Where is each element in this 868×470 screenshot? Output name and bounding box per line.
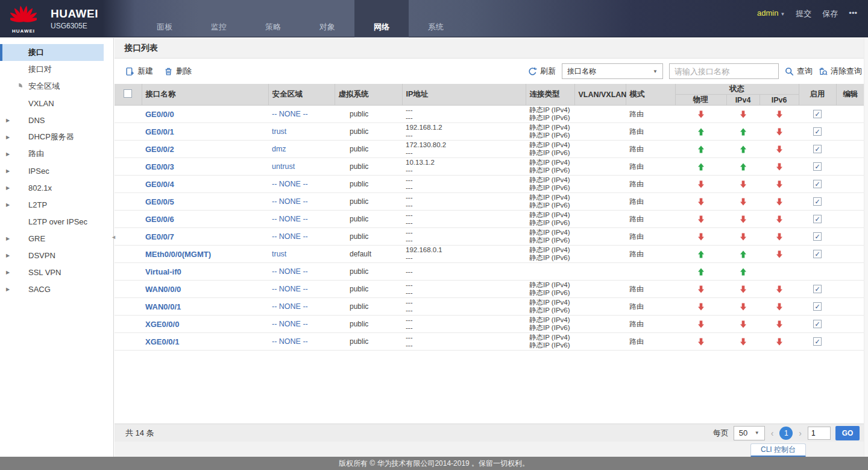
security-zone-link[interactable]: -- NONE -- bbox=[272, 197, 308, 206]
edit-button[interactable] bbox=[846, 319, 855, 329]
expand-arrow-icon[interactable]: ▶ bbox=[6, 287, 14, 292]
filter-type-select[interactable]: 接口名称 ▼ bbox=[562, 63, 663, 79]
expand-arrow-icon[interactable]: ▶ bbox=[6, 118, 14, 123]
edit-button[interactable] bbox=[846, 214, 855, 224]
more-menu-icon[interactable]: ••• bbox=[849, 8, 857, 17]
expand-arrow-icon[interactable]: ▶ bbox=[6, 151, 14, 157]
security-zone-link[interactable]: dmz bbox=[272, 145, 286, 153]
expand-arrow-icon[interactable]: ▶ bbox=[6, 253, 14, 258]
edit-button[interactable] bbox=[846, 284, 855, 294]
security-zone-link[interactable]: -- NONE -- bbox=[272, 215, 308, 223]
edit-button[interactable] bbox=[846, 336, 855, 347]
tab-policy[interactable]: 策略 bbox=[246, 0, 300, 37]
edit-button[interactable] bbox=[846, 266, 855, 277]
enable-checkbox[interactable]: ✓ bbox=[813, 337, 822, 346]
enable-checkbox[interactable]: ✓ bbox=[813, 285, 822, 293]
enable-checkbox[interactable]: ✓ bbox=[813, 127, 822, 136]
enable-checkbox[interactable]: ✓ bbox=[813, 232, 822, 241]
tab-monitor[interactable]: 监控 bbox=[192, 0, 246, 37]
security-zone-link[interactable]: trust bbox=[272, 127, 286, 136]
security-zone-link[interactable]: -- NONE -- bbox=[272, 267, 308, 276]
per-page-select[interactable]: 50 ▼ bbox=[734, 426, 765, 440]
security-zone-link[interactable]: trust bbox=[272, 250, 286, 258]
enable-checkbox[interactable]: ✓ bbox=[813, 197, 822, 206]
next-page-button[interactable]: › bbox=[797, 428, 803, 438]
sidebar-item-ssl-vpn[interactable]: ▶SSL VPN bbox=[0, 264, 113, 281]
expand-arrow-icon[interactable]: ▶ bbox=[6, 185, 14, 191]
interface-name-link[interactable]: GE0/0/2 bbox=[145, 145, 174, 154]
sidebar-item-security-zone[interactable]: ▶安全区域 bbox=[0, 78, 113, 95]
tab-dashboard[interactable]: 面板 bbox=[137, 0, 192, 37]
expand-arrow-icon[interactable]: ▶ bbox=[6, 202, 14, 208]
interface-name-link[interactable]: GE0/0/4 bbox=[145, 180, 174, 189]
security-zone-link[interactable]: untrust bbox=[272, 162, 295, 171]
interface-name-link[interactable]: WAN0/0/1 bbox=[145, 302, 181, 311]
expand-arrow-icon[interactable]: ▶ bbox=[6, 236, 14, 241]
security-zone-link[interactable]: -- NONE -- bbox=[272, 232, 308, 241]
interface-name-link[interactable]: GE0/0/1 bbox=[145, 127, 174, 136]
cli-console-button[interactable]: CLI 控制台 bbox=[750, 443, 806, 457]
goto-page-input[interactable] bbox=[808, 427, 831, 440]
security-zone-link[interactable]: -- NONE -- bbox=[272, 337, 308, 346]
sidebar-item-route[interactable]: ▶路由 bbox=[0, 145, 113, 162]
enable-checkbox[interactable]: ✓ bbox=[813, 162, 822, 171]
tab-system[interactable]: 系统 bbox=[409, 0, 463, 37]
sidebar-item-vxlan[interactable]: ▶VXLAN bbox=[0, 95, 113, 112]
edit-button[interactable] bbox=[846, 144, 855, 154]
sidebar-item-dot1x[interactable]: ▶802.1x bbox=[0, 179, 113, 196]
interface-name-link[interactable]: MEth0/0/0(MGMT) bbox=[145, 250, 211, 259]
interface-name-link[interactable]: GE0/0/3 bbox=[145, 162, 174, 171]
security-zone-link[interactable]: -- NONE -- bbox=[272, 320, 308, 328]
delete-button[interactable]: 删除 bbox=[164, 66, 192, 77]
enable-checkbox[interactable]: ✓ bbox=[813, 320, 822, 328]
main-scrollbar-track[interactable] bbox=[864, 38, 868, 457]
enable-checkbox[interactable]: ✓ bbox=[813, 250, 822, 258]
sidebar-item-l2tp-over-ipsec[interactable]: ▶L2TP over IPSec bbox=[0, 213, 113, 230]
sidebar-item-dns[interactable]: ▶DNS bbox=[0, 112, 113, 129]
new-button[interactable]: 新建 bbox=[125, 66, 153, 77]
enable-checkbox[interactable]: ✓ bbox=[813, 180, 822, 188]
enable-checkbox[interactable]: ✓ bbox=[813, 302, 822, 311]
sidebar-item-l2tp[interactable]: ▶L2TP bbox=[0, 196, 113, 213]
submit-button[interactable]: 提交 bbox=[796, 8, 811, 19]
search-input[interactable] bbox=[669, 63, 779, 79]
sidebar-item-sacg[interactable]: ▶SACG bbox=[0, 281, 113, 297]
edit-button[interactable] bbox=[846, 196, 855, 207]
expand-arrow-icon[interactable]: ▶ bbox=[6, 168, 14, 174]
tab-object[interactable]: 对象 bbox=[300, 0, 354, 37]
edit-button[interactable] bbox=[846, 179, 855, 189]
interface-name-link[interactable]: WAN0/0/0 bbox=[145, 285, 181, 294]
sidebar-item-gre[interactable]: ▶GRE bbox=[0, 230, 113, 247]
sidebar-item-interface-pair[interactable]: ▶接口对 bbox=[0, 61, 113, 78]
security-zone-link[interactable]: -- NONE -- bbox=[272, 302, 308, 311]
sidebar-item-dsvpn[interactable]: ▶DSVPN bbox=[0, 247, 113, 264]
prev-page-button[interactable]: ‹ bbox=[770, 428, 775, 438]
select-all-checkbox[interactable] bbox=[124, 89, 132, 98]
expand-arrow-icon[interactable]: ▶ bbox=[6, 135, 14, 140]
interface-name-link[interactable]: Virtual-if0 bbox=[145, 267, 181, 276]
interface-name-link[interactable]: GE0/0/7 bbox=[145, 232, 174, 241]
user-menu[interactable]: admin▼ bbox=[757, 8, 785, 17]
sidebar-item-ipsec[interactable]: ▶IPSec bbox=[0, 162, 113, 179]
sidebar-collapse-handle[interactable]: ◄ bbox=[111, 234, 116, 240]
interface-name-link[interactable]: GE0/0/6 bbox=[145, 215, 174, 224]
enable-checkbox[interactable]: ✓ bbox=[813, 215, 822, 223]
go-button[interactable]: GO bbox=[835, 426, 860, 440]
current-page-button[interactable]: 1 bbox=[779, 427, 793, 440]
expand-arrow-icon[interactable]: ▶ bbox=[6, 270, 14, 275]
interface-name-link[interactable]: GE0/0/5 bbox=[145, 197, 174, 206]
security-zone-link[interactable]: -- NONE -- bbox=[272, 110, 308, 118]
save-button[interactable]: 保存 bbox=[822, 8, 838, 19]
interface-name-link[interactable]: XGE0/0/1 bbox=[145, 337, 179, 346]
security-zone-link[interactable]: -- NONE -- bbox=[272, 180, 308, 188]
query-button[interactable]: 查询 bbox=[785, 66, 813, 77]
tab-network[interactable]: 网络 bbox=[354, 0, 409, 37]
interface-name-link[interactable]: XGE0/0/0 bbox=[145, 320, 179, 329]
sidebar-item-dhcp-server[interactable]: ▶DHCP服务器 bbox=[0, 129, 113, 145]
edit-button[interactable] bbox=[846, 109, 855, 119]
edit-button[interactable] bbox=[846, 126, 855, 137]
interface-name-link[interactable]: GE0/0/0 bbox=[145, 110, 174, 119]
enable-checkbox[interactable]: ✓ bbox=[813, 110, 822, 118]
security-zone-link[interactable]: -- NONE -- bbox=[272, 285, 308, 293]
edit-button[interactable] bbox=[846, 161, 855, 172]
